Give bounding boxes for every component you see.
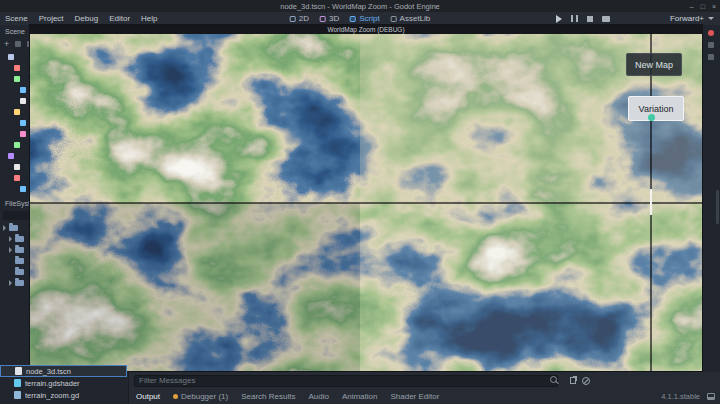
tab-script[interactable]: Script (350, 14, 379, 23)
menu-project[interactable]: Project (39, 14, 64, 23)
folder-icon (15, 258, 24, 264)
instance-scene-icon[interactable] (15, 41, 21, 47)
node-icon[interactable] (8, 54, 14, 60)
node-icon[interactable] (14, 109, 20, 115)
run-controls (556, 15, 610, 23)
maximize-icon[interactable]: □ (701, 3, 705, 10)
file-name: terrain_zoom.gd (25, 391, 79, 400)
file-name: terrain.gdshader (25, 379, 80, 388)
minimize-icon[interactable]: – (690, 3, 694, 10)
renderer-dropdown[interactable]: Forward+ (670, 14, 714, 23)
new-map-button[interactable]: New Map (626, 53, 682, 76)
renderer-label: Forward+ (670, 14, 704, 23)
scene-dock-title[interactable]: Scene (5, 28, 25, 35)
tab-3d[interactable]: 3D (320, 14, 339, 23)
node-icon[interactable] (14, 142, 20, 148)
node-icon[interactable] (8, 153, 14, 159)
file-row-shader[interactable]: terrain.gdshader (0, 377, 127, 389)
file-row-scene[interactable]: node_3d.tscn (0, 365, 127, 377)
tab-shader-editor[interactable]: Shader Editor (390, 392, 439, 401)
bottom-panel: Output Debugger (1) Search Results Audio… (128, 372, 720, 404)
folder-icon (15, 236, 24, 242)
node-icon[interactable] (14, 164, 20, 170)
node-icon[interactable] (20, 87, 26, 93)
workspace-tabs: 2D 3D Script AssetLib (290, 14, 431, 23)
play-icon[interactable] (556, 15, 562, 23)
2d-icon (290, 16, 296, 22)
folder-icon (15, 280, 24, 286)
game-window-title: WorldMap Zoom (DEBUG) (327, 26, 404, 33)
dock-icon[interactable] (708, 54, 714, 60)
tab-audio[interactable]: Audio (308, 392, 328, 401)
tab-assetlib-label: AssetLib (400, 14, 431, 23)
tab-search-results[interactable]: Search Results (241, 392, 295, 401)
tab-2d[interactable]: 2D (290, 14, 309, 23)
map-cursor (650, 189, 652, 215)
titlebar: node_3d.tscn - WorldMap Zoom - Godot Eng… (0, 0, 720, 12)
tab-script-label: Script (359, 14, 379, 23)
tab-3d-label: 3D (329, 14, 339, 23)
bottom-tabs: Output Debugger (1) Search Results Audio… (129, 389, 720, 404)
copy-icon[interactable] (570, 377, 576, 384)
folder-icon (15, 269, 24, 275)
tab-animation-label: Animation (342, 392, 378, 401)
variation-button[interactable]: Variation (628, 96, 684, 121)
node-icon[interactable] (14, 76, 20, 82)
script-icon (350, 16, 356, 22)
node-icon[interactable] (20, 120, 26, 126)
3d-icon (320, 16, 326, 22)
new-map-label: New Map (635, 60, 673, 70)
search-icon (550, 376, 559, 385)
game-window: WorldMap Zoom (DEBUG) (30, 25, 702, 371)
node-icon[interactable] (14, 65, 20, 71)
menu-debug[interactable]: Debug (75, 14, 99, 23)
assetlib-icon (391, 16, 397, 22)
window-controls: – □ × (690, 0, 716, 12)
right-dock-strip (702, 25, 720, 372)
dock-icon[interactable] (708, 42, 714, 48)
menu-help[interactable]: Help (141, 14, 157, 23)
tab-output[interactable]: Output (136, 392, 160, 401)
main-menu: Scene Project Debug Editor Help (0, 14, 158, 23)
scrollbar[interactable] (716, 190, 719, 224)
tab-animation[interactable]: Animation (342, 392, 378, 401)
node-icon[interactable] (20, 98, 26, 104)
variation-marker-dot (648, 114, 655, 121)
worldmap-viewport[interactable]: New Map Variation (30, 34, 702, 371)
close-icon[interactable]: × (712, 3, 716, 10)
window-title: node_3d.tscn - WorldMap Zoom - Godot Eng… (280, 2, 440, 11)
node-icon[interactable] (20, 186, 26, 192)
filesystem-file-list: node_3d.tscn terrain.gdshader terrain_zo… (0, 365, 127, 401)
menu-editor[interactable]: Editor (109, 14, 130, 23)
folder-icon (15, 247, 24, 253)
filter-messages-input[interactable] (134, 375, 558, 387)
tab-output-label: Output (136, 392, 160, 401)
menu-scene[interactable]: Scene (5, 14, 28, 23)
add-node-icon[interactable]: + (4, 39, 9, 49)
clear-output-icon[interactable] (582, 377, 590, 385)
output-filter-row (129, 372, 720, 389)
expand-panel-icon[interactable] (707, 393, 715, 400)
godot-editor: node_3d.tscn - WorldMap Zoom - Godot Eng… (0, 0, 720, 404)
scene-file-icon (15, 367, 22, 375)
version-label: 4.1.1.stable (661, 392, 700, 401)
file-row-script[interactable]: terrain_zoom.gd (0, 389, 127, 401)
pause-icon[interactable] (571, 15, 578, 22)
tab-assetlib[interactable]: AssetLib (391, 14, 431, 23)
game-titlebar[interactable]: WorldMap Zoom (DEBUG) (30, 25, 702, 34)
shader-file-icon (14, 379, 21, 387)
caret-icon (9, 280, 12, 286)
tab-audio-label: Audio (308, 392, 328, 401)
tab-debugger[interactable]: Debugger (1) (173, 392, 228, 401)
chevron-down-icon (708, 17, 714, 20)
record-icon[interactable] (708, 30, 714, 36)
node-icon[interactable] (14, 175, 20, 181)
node-icon[interactable] (20, 131, 26, 137)
movie-mode-icon[interactable] (602, 16, 610, 22)
file-name: node_3d.tscn (26, 367, 71, 376)
script-file-icon (14, 391, 21, 399)
menubar: Scene Project Debug Editor Help 2D 3D Sc… (0, 12, 720, 25)
tab-2d-label: 2D (299, 14, 309, 23)
tab-search-results-label: Search Results (241, 392, 295, 401)
stop-icon[interactable] (587, 16, 593, 22)
